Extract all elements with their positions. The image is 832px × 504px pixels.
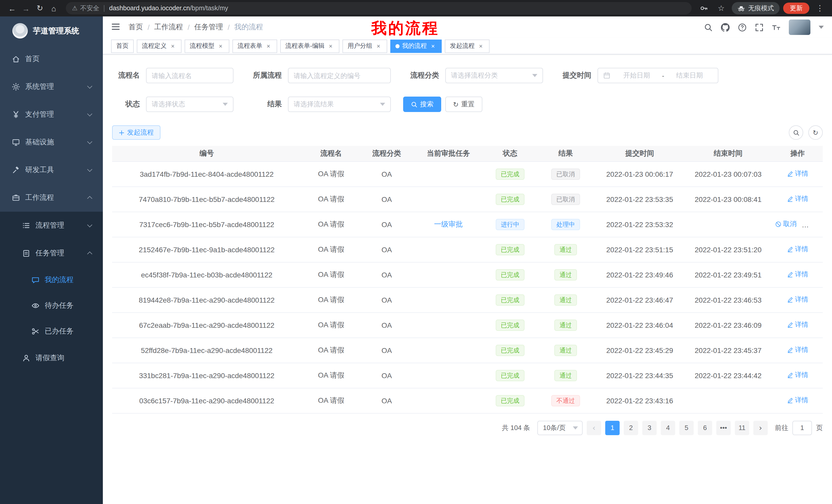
result-tag: 通过 xyxy=(554,344,577,356)
result-tag: 通过 xyxy=(554,244,577,255)
tab-user-group[interactable]: 用户分组× xyxy=(342,39,387,53)
page-button-2[interactable]: 2 xyxy=(624,421,638,435)
result-tag: 已取消 xyxy=(551,193,580,205)
table-row: ec45f38f-7b9a-11ec-b03b-acde48001122OA 请… xyxy=(112,262,823,287)
table-refresh-button[interactable]: ↻ xyxy=(808,125,823,140)
tab-process-model[interactable]: 流程模型× xyxy=(185,39,229,53)
detail-link[interactable]: 详情 xyxy=(787,194,808,204)
tab-label: 我的流程 xyxy=(402,41,427,50)
create-process-button[interactable]: 发起流程 xyxy=(112,125,160,140)
tab-close-icon[interactable]: × xyxy=(265,43,272,50)
avatar[interactable] xyxy=(789,20,810,35)
font-size-icon[interactable] xyxy=(772,23,781,32)
sidebar-item-task-mgmt[interactable]: 任务管理 xyxy=(0,240,103,267)
reload-icon[interactable]: ↻ xyxy=(33,1,47,15)
sidebar-item-home[interactable]: 首页 xyxy=(0,45,103,73)
tab-close-icon[interactable]: × xyxy=(375,43,382,50)
status-tag: 已完成 xyxy=(496,319,524,331)
sidebar-item-devtools[interactable]: 研发工具 xyxy=(0,156,103,184)
current-task-link[interactable]: 一级审批 xyxy=(434,220,463,228)
briefcase-icon xyxy=(11,193,21,202)
goto-page-input[interactable] xyxy=(792,421,812,435)
update-button[interactable]: 更新 xyxy=(783,3,809,14)
process-name-input[interactable] xyxy=(146,68,233,83)
github-icon[interactable] xyxy=(721,23,730,32)
back-icon[interactable]: ← xyxy=(5,1,19,15)
prev-page-button[interactable]: ‹ xyxy=(587,421,601,435)
sidebar-item-done-task[interactable]: 已办任务 xyxy=(0,318,103,344)
chevron-down-icon[interactable] xyxy=(818,26,824,29)
star-icon[interactable]: ☆ xyxy=(714,1,728,15)
tab-close-icon[interactable]: × xyxy=(217,43,224,50)
detail-link[interactable]: 详情 xyxy=(787,345,808,355)
tab-my-process[interactable]: 我的流程× xyxy=(390,39,442,53)
submit-time-range[interactable]: 开始日期 - 结束日期 xyxy=(598,68,718,83)
app-logo[interactable]: 芋道管理系统 xyxy=(0,17,103,45)
page-size-select[interactable]: 10条/页 xyxy=(537,421,582,435)
page-button-3[interactable]: 3 xyxy=(642,421,657,435)
tab-create-process[interactable]: 发起流程× xyxy=(445,39,490,53)
forward-icon[interactable]: → xyxy=(19,1,33,15)
cancel-link[interactable]: 取消 xyxy=(775,220,797,229)
tab-process-form[interactable]: 流程表单× xyxy=(232,39,277,53)
cell-actions: 详情 xyxy=(772,262,823,287)
help-icon[interactable] xyxy=(738,23,747,32)
tab-label: 流程表单-编辑 xyxy=(285,41,324,50)
tab-home[interactable]: 首页 xyxy=(111,39,134,53)
detail-link[interactable]: 详情 xyxy=(787,371,808,380)
sidebar-item-process-mgmt[interactable]: 流程管理 xyxy=(0,212,103,240)
cell-current-task xyxy=(412,312,485,338)
tab-process-form-edit[interactable]: 流程表单-编辑× xyxy=(280,39,339,53)
page-button-1[interactable]: 1 xyxy=(605,421,620,435)
reset-button[interactable]: ↻ 重置 xyxy=(445,96,482,112)
search-button[interactable]: 搜索 xyxy=(403,96,441,112)
tab-close-icon[interactable]: × xyxy=(169,43,176,50)
column-header: 结束时间 xyxy=(684,146,772,161)
detail-link[interactable]: 详情 xyxy=(787,169,808,178)
status-select[interactable]: 请选择状态 xyxy=(146,96,233,112)
page-button-6[interactable]: 6 xyxy=(698,421,712,435)
menu-dots-icon[interactable]: ⋮ xyxy=(813,1,827,15)
sidebar-item-payment[interactable]: 支付管理 xyxy=(0,101,103,129)
menu-fold-icon[interactable] xyxy=(111,22,121,32)
fullscreen-icon[interactable] xyxy=(755,23,763,32)
cell-category: OA xyxy=(361,262,412,287)
breadcrumb-item[interactable]: 任务管理 xyxy=(194,23,223,32)
tab-close-icon[interactable]: × xyxy=(430,43,437,50)
sidebar-item-label: 基础设施 xyxy=(25,138,54,147)
category-select[interactable]: 请选择流程分类 xyxy=(445,68,543,83)
result-select[interactable]: 请选择流结果 xyxy=(288,96,391,112)
page-button-4[interactable]: 4 xyxy=(661,421,675,435)
next-page-button[interactable]: › xyxy=(753,421,768,435)
url-domain: dashboard.yudao.iocoder.cn xyxy=(109,5,190,12)
address-bar[interactable]: ⚠ 不安全 dashboard.yudao.iocoder.cn/bpm/tas… xyxy=(66,2,692,15)
cell-id: 2152467e-7b9b-11ec-9a1b-acde48001122 xyxy=(112,237,301,262)
status-tag: 进行中 xyxy=(496,219,524,230)
breadcrumb-item[interactable]: 工作流程 xyxy=(154,23,183,32)
search-icon[interactable] xyxy=(704,23,713,32)
sidebar-item-leave-query[interactable]: 请假查询 xyxy=(0,344,103,372)
breadcrumb-item[interactable]: 首页 xyxy=(129,23,143,32)
key-icon[interactable] xyxy=(697,1,711,15)
tab-close-icon[interactable]: × xyxy=(477,43,485,50)
sidebar-item-infrastructure[interactable]: 基础设施 xyxy=(0,129,103,156)
tab-close-icon[interactable]: × xyxy=(327,43,334,50)
home-icon[interactable]: ⌂ xyxy=(47,1,61,15)
page-button-11[interactable]: 11 xyxy=(735,421,749,435)
sidebar-item-label: 研发工具 xyxy=(25,165,54,175)
detail-link[interactable]: 详情 xyxy=(787,320,808,330)
detail-link[interactable]: 详情 xyxy=(787,295,808,304)
table-search-button[interactable] xyxy=(789,125,803,140)
tab-process-def[interactable]: 流程定义× xyxy=(137,39,182,53)
page-button-5[interactable]: 5 xyxy=(679,421,694,435)
detail-link[interactable]: 详情 xyxy=(787,396,808,405)
cell-id: 331bc281-7b9a-11ec-a290-acde48001122 xyxy=(112,363,301,388)
process-def-input[interactable] xyxy=(288,68,391,83)
sidebar-item-my-process[interactable]: 我的流程 xyxy=(0,267,103,293)
more-pages-button[interactable]: ••• xyxy=(716,421,731,435)
sidebar-item-system[interactable]: 系统管理 xyxy=(0,73,103,101)
sidebar-item-todo-task[interactable]: 待办任务 xyxy=(0,293,103,318)
sidebar-item-workflow[interactable]: 工作流程 xyxy=(0,184,103,212)
detail-link[interactable]: 详情 xyxy=(787,245,808,254)
detail-link[interactable]: 详情 xyxy=(787,270,808,279)
